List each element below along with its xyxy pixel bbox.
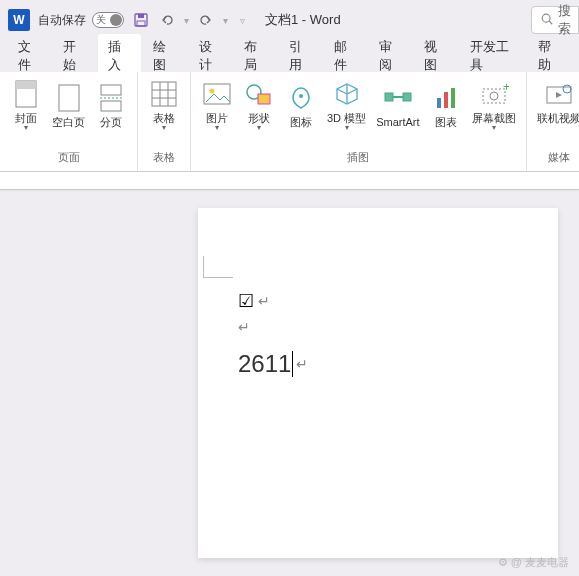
screenshot-icon: + bbox=[478, 78, 510, 110]
group-page: 封面 ▾ 空白页 分页 页面 bbox=[0, 72, 138, 171]
svg-rect-21 bbox=[385, 93, 393, 101]
typed-text: 2611 bbox=[238, 350, 291, 378]
group-label-table: 表格 bbox=[153, 148, 175, 167]
video-icon bbox=[543, 78, 575, 110]
toggle-switch[interactable]: 关 bbox=[92, 12, 124, 28]
search-icon bbox=[540, 12, 554, 29]
screenshot-button[interactable]: + 屏幕截图 ▾ bbox=[468, 76, 520, 134]
svg-rect-22 bbox=[403, 93, 411, 101]
svg-text:+: + bbox=[503, 81, 509, 94]
svg-line-4 bbox=[549, 21, 552, 24]
cube-icon bbox=[331, 78, 363, 110]
ribbon: 封面 ▾ 空白页 分页 页面 表格 ▾ 表格 bbox=[0, 72, 579, 172]
paragraph-mark-icon: ↵ bbox=[238, 319, 250, 335]
page-break-button[interactable]: 分页 bbox=[91, 76, 131, 134]
chevron-down-icon: ▾ bbox=[162, 123, 166, 132]
3d-models-button[interactable]: 3D 模型 ▾ bbox=[323, 76, 370, 134]
svg-rect-26 bbox=[483, 89, 505, 103]
smartart-icon bbox=[382, 82, 414, 114]
cover-page-button[interactable]: 封面 ▾ bbox=[6, 76, 46, 134]
search-placeholder: 搜索 bbox=[558, 2, 578, 38]
shapes-icon bbox=[243, 78, 275, 110]
group-label-page: 页面 bbox=[58, 148, 80, 167]
qat-dropdown[interactable]: ▾ bbox=[184, 15, 189, 26]
group-table: 表格 ▾ 表格 bbox=[138, 72, 191, 171]
svg-point-30 bbox=[563, 85, 571, 93]
group-label-media: 媒体 bbox=[548, 148, 570, 167]
search-box[interactable]: 搜索 bbox=[531, 6, 579, 34]
chevron-down-icon: ▾ bbox=[24, 123, 28, 132]
svg-rect-16 bbox=[204, 84, 230, 104]
line-2: ↵ bbox=[238, 318, 308, 336]
picture-button[interactable]: 图片 ▾ bbox=[197, 76, 237, 134]
chart-button[interactable]: 图表 bbox=[426, 76, 466, 134]
chevron-down-icon: ▾ bbox=[215, 123, 219, 132]
smartart-button[interactable]: SmartArt bbox=[372, 76, 423, 134]
svg-point-27 bbox=[490, 92, 498, 100]
group-illustrations: 图片 ▾ 形状 ▾ 图标 3D 模型 ▾ SmartArt bbox=[191, 72, 527, 171]
autosave-label: 自动保存 bbox=[38, 12, 86, 29]
svg-rect-25 bbox=[451, 88, 455, 108]
document-canvas[interactable]: ☑ ↵ ↵ 2611↵ bbox=[0, 190, 579, 576]
ribbon-tabs: 文件 开始 插入 绘图 设计 布局 引用 邮件 审阅 视图 开发工具 帮助 bbox=[0, 40, 579, 72]
svg-rect-10 bbox=[101, 101, 121, 111]
text-cursor bbox=[292, 351, 293, 377]
svg-rect-24 bbox=[444, 92, 448, 108]
word-logo: W bbox=[8, 9, 30, 31]
blank-page-icon bbox=[53, 82, 85, 114]
chevron-down-icon: ▾ bbox=[257, 123, 261, 132]
chevron-down-icon: ▾ bbox=[492, 123, 496, 132]
group-media: 联机视频 媒体 bbox=[527, 72, 579, 171]
checkbox-symbol: ☑ bbox=[238, 290, 254, 312]
svg-point-17 bbox=[210, 89, 215, 94]
icons-button[interactable]: 图标 bbox=[281, 76, 321, 134]
svg-rect-11 bbox=[152, 82, 176, 106]
svg-rect-1 bbox=[138, 14, 144, 18]
line-1: ☑ ↵ bbox=[238, 290, 308, 312]
paragraph-mark-icon: ↵ bbox=[296, 356, 308, 372]
svg-rect-7 bbox=[59, 85, 79, 111]
blank-page-button[interactable]: 空白页 bbox=[48, 76, 89, 134]
qat-customize[interactable]: ▿ bbox=[240, 15, 245, 26]
shapes-button[interactable]: 形状 ▾ bbox=[239, 76, 279, 134]
undo-icon[interactable] bbox=[158, 11, 176, 29]
chevron-down-icon: ▾ bbox=[345, 123, 349, 132]
group-label-illus: 插图 bbox=[347, 148, 369, 167]
svg-point-3 bbox=[542, 14, 550, 22]
save-icon[interactable] bbox=[132, 11, 150, 29]
picture-icon bbox=[201, 78, 233, 110]
chart-icon bbox=[430, 82, 462, 114]
online-video-button[interactable]: 联机视频 bbox=[533, 76, 579, 127]
table-icon bbox=[148, 78, 180, 110]
svg-rect-8 bbox=[101, 85, 121, 95]
document-title: 文档1 - Word bbox=[265, 11, 341, 29]
annotation-arrow bbox=[172, 572, 272, 576]
margin-indicator bbox=[203, 256, 233, 278]
svg-rect-6 bbox=[16, 81, 36, 89]
ruler[interactable] bbox=[0, 172, 579, 190]
table-button[interactable]: 表格 ▾ bbox=[144, 76, 184, 134]
paragraph-mark-icon: ↵ bbox=[258, 293, 270, 309]
redo-icon[interactable] bbox=[197, 11, 215, 29]
line-3: 2611↵ bbox=[238, 350, 308, 378]
toggle-knob bbox=[110, 14, 122, 26]
document-page[interactable]: ☑ ↵ ↵ 2611↵ bbox=[198, 208, 558, 558]
watermark: ⚙ @ 麦麦电器 bbox=[498, 555, 569, 570]
svg-rect-2 bbox=[137, 21, 145, 26]
autosave-toggle[interactable]: 自动保存 关 bbox=[38, 12, 124, 29]
document-content[interactable]: ☑ ↵ ↵ 2611↵ bbox=[238, 290, 308, 378]
icons-icon bbox=[285, 82, 317, 114]
page-break-icon bbox=[95, 82, 127, 114]
svg-point-20 bbox=[299, 94, 303, 98]
svg-rect-23 bbox=[437, 98, 441, 108]
qat-dropdown-2[interactable]: ▾ bbox=[223, 15, 228, 26]
cover-page-icon bbox=[10, 78, 42, 110]
svg-rect-19 bbox=[258, 94, 270, 104]
